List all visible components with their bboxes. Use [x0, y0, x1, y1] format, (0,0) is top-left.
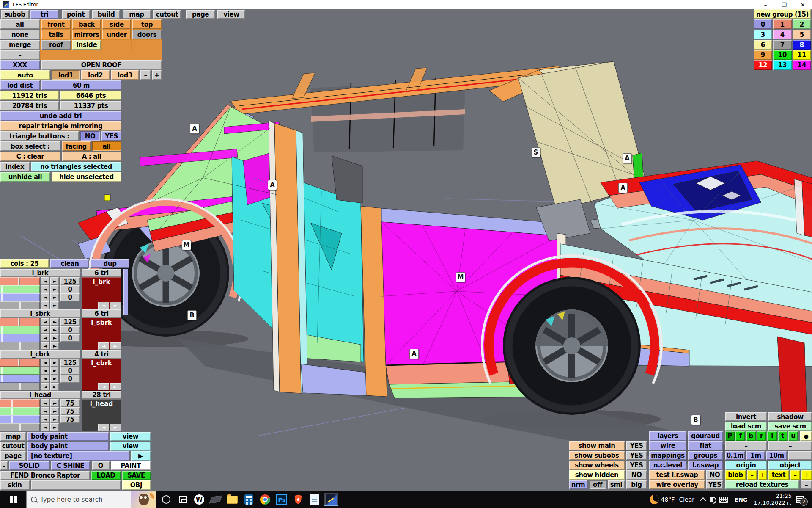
decrement-arrow[interactable]: ◄ — [41, 342, 49, 350]
blue-slider[interactable] — [0, 375, 40, 383]
green-value[interactable]: 75 — [60, 407, 80, 415]
news-widget[interactable] — [131, 491, 156, 508]
select-front-button[interactable]: front — [41, 19, 71, 29]
nrm-button[interactable]: nrm — [569, 480, 587, 489]
blue-value[interactable]: 0 — [60, 293, 80, 301]
start-button[interactable] — [0, 491, 26, 508]
increment-arrow[interactable]: ► — [50, 326, 59, 334]
increment-arrow[interactable]: ► — [50, 277, 59, 285]
group-cell[interactable]: 12 — [754, 60, 772, 70]
notepad-icon[interactable] — [307, 493, 322, 506]
red-slider[interactable] — [0, 277, 40, 285]
paint-button[interactable]: PAINT — [111, 461, 151, 470]
decrement-arrow[interactable]: ◄ — [41, 399, 49, 407]
minimize-button[interactable]: – — [756, 0, 775, 9]
text-minus-button[interactable]: – — [790, 470, 800, 480]
swatch-prev-arrow[interactable]: ◄ — [98, 342, 109, 350]
merge-button[interactable]: merge — [0, 40, 40, 50]
flat-button[interactable]: flat — [688, 441, 723, 450]
page-next-button[interactable]: ▶ — [131, 451, 151, 461]
wattpad-icon[interactable]: W — [192, 493, 206, 506]
swatch-next-arrow[interactable]: ► — [110, 342, 121, 350]
test-lrswap-button[interactable]: test l.r.swap — [649, 470, 705, 480]
blue-value[interactable]: 0 — [60, 375, 80, 383]
group-cell[interactable]: 14 — [793, 60, 811, 70]
xxx-button[interactable]: XXX — [0, 60, 40, 70]
group-cell[interactable]: 0 — [754, 19, 772, 29]
layer-key-button[interactable]: f — [735, 431, 745, 441]
weather-temp[interactable]: 48°F — [661, 496, 675, 503]
increment-arrow[interactable]: ► — [50, 293, 59, 301]
green-value[interactable]: 0 — [60, 285, 80, 293]
blue-slider[interactable] — [0, 415, 40, 423]
cutout-button[interactable]: cutout — [0, 442, 26, 451]
swatch-prev-arrow[interactable]: ◄ — [98, 383, 109, 390]
reload-textures-button[interactable]: reload textures — [725, 480, 799, 489]
decrement-arrow[interactable]: ◄ — [41, 334, 49, 342]
color-swatch[interactable]: l_brk ◄ ► — [82, 277, 121, 309]
layer-key-button[interactable]: t — [778, 431, 787, 441]
lod-plus-button[interactable]: + — [152, 70, 162, 80]
decrement-arrow[interactable]: ◄ — [41, 375, 49, 383]
test-lrswap-toggle[interactable]: NO — [706, 470, 723, 480]
group-cell[interactable]: 7 — [773, 40, 792, 50]
select-under-button[interactable]: under — [102, 30, 131, 39]
layer-key-button[interactable]: b — [746, 431, 756, 441]
increment-arrow[interactable]: ► — [50, 423, 59, 431]
red-slider[interactable] — [0, 399, 40, 407]
decrement-arrow[interactable]: ◄ — [41, 415, 49, 423]
cols-count-button[interactable]: cols : 25 — [0, 259, 49, 268]
lrswap-button[interactable]: l.r.swap — [688, 461, 723, 470]
language-indicator[interactable]: ENG — [735, 497, 747, 503]
mappings-button[interactable]: mappings — [649, 451, 686, 460]
repair-mirroring-button[interactable]: repair triangle mirroring — [0, 121, 121, 131]
layer-key-button[interactable]: l — [767, 431, 777, 441]
select-mirrors-button[interactable]: mirrors — [72, 30, 101, 39]
decrement-arrow[interactable]: ◄ — [41, 423, 49, 431]
increment-arrow[interactable]: ► — [50, 399, 59, 407]
material-name-button[interactable]: l_cbrk — [0, 350, 80, 359]
load-scm-button[interactable]: load scm — [725, 422, 767, 431]
group-cell[interactable]: 2 — [793, 19, 811, 29]
alpha-slider[interactable] — [0, 301, 40, 309]
lfs-editor-taskbar-icon[interactable] — [324, 493, 338, 506]
swatch-prev-arrow[interactable]: ◄ — [98, 302, 109, 309]
blue-value[interactable]: 75 — [60, 415, 80, 423]
blue-value[interactable]: 0 — [60, 334, 80, 342]
box-select-facing[interactable]: facing — [62, 141, 91, 151]
increment-arrow[interactable]: ► — [50, 334, 59, 342]
swatch-next-arrow[interactable]: ► — [110, 302, 121, 309]
decrement-arrow[interactable]: ◄ — [41, 383, 49, 391]
show-wheels-toggle[interactable]: YES — [626, 461, 647, 470]
lod1-button[interactable]: lod1 — [52, 70, 80, 80]
tray-chevron-icon[interactable] — [700, 497, 707, 504]
color-swatch[interactable]: l_sbrk ◄ ► — [82, 318, 121, 350]
map-view-button[interactable]: view — [110, 432, 151, 441]
object-name-button[interactable]: FEND Bronco Raptor — [0, 471, 90, 480]
cutout-view-button[interactable]: view — [110, 442, 151, 451]
weather-desc[interactable]: Clear — [679, 496, 694, 503]
color-swatch[interactable]: l_head ◄ ► — [82, 399, 121, 431]
layer-key-button[interactable]: u — [788, 431, 798, 441]
solid-button[interactable]: SOLID — [9, 461, 49, 470]
grid-10m-button[interactable]: 10m — [766, 451, 787, 460]
map-button[interactable]: map — [0, 432, 26, 441]
brave-icon[interactable] — [291, 493, 305, 506]
group-cell[interactable]: 9 — [754, 50, 772, 60]
blob-plus-button[interactable]: + — [758, 470, 767, 480]
undo-add-tri-button[interactable]: undo add tri — [0, 111, 121, 121]
tab-subob[interactable]: subob — [1, 10, 29, 19]
alpha-slider[interactable] — [0, 383, 40, 391]
load-button[interactable]: LOAD — [91, 471, 121, 480]
config-name-button[interactable]: OPEN ROOF — [41, 60, 162, 70]
dash-button[interactable]: – — [768, 441, 812, 450]
cortana-icon[interactable] — [159, 493, 173, 506]
layer-key-button[interactable]: P — [725, 431, 735, 441]
red-slider[interactable] — [0, 359, 40, 367]
swatch-prev-arrow[interactable]: ◄ — [98, 424, 109, 431]
color-list-scrollbar[interactable] — [123, 269, 128, 315]
page-value[interactable]: [no texture] — [27, 451, 129, 461]
select-doors-button[interactable]: doors — [132, 30, 162, 39]
lod-minus-button[interactable]: – — [140, 70, 151, 80]
select-all-button[interactable]: all — [0, 19, 40, 29]
